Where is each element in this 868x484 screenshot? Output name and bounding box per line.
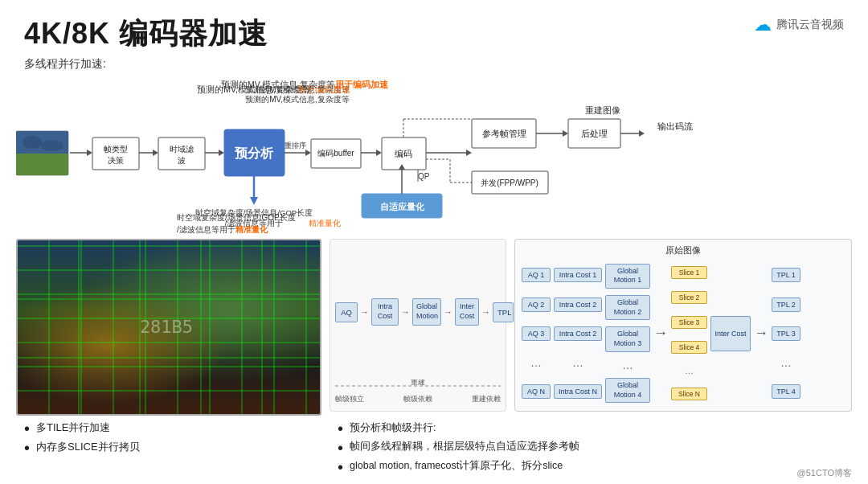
flow-svg: 帧类型 决策 时域滤 波 预分析 预测的MV,模式信息,复杂度等 预测的MV,模… (16, 75, 852, 236)
grid-aq1: AQ 1 (522, 268, 551, 282)
svg-text:预分析: 预分析 (235, 146, 274, 160)
grid-gm3: GlobalMotion 3 (605, 326, 650, 351)
logo-area: ☁ 腾讯云音视频 (754, 14, 844, 35)
bullet-slice: • 内存多SLICE并行拷贝 (24, 440, 321, 456)
svg-point-4 (41, 140, 63, 151)
bullet-dot-2: • (24, 440, 30, 456)
grid-slice2: Slice 2 (671, 291, 707, 304)
grid-inter: Inter Cost (710, 316, 751, 351)
grid-aq3: AQ 3 (522, 326, 551, 341)
bullet-tile: • 多TILE并行加速 (24, 420, 321, 437)
svg-text:帧类型: 帧类型 (104, 145, 128, 154)
grid-slice4: Slice 4 (671, 341, 707, 354)
svg-text:QP: QP (418, 172, 430, 181)
bullet-global: • global motion, framecost计算原子化、拆分slice (338, 459, 844, 475)
svg-text:决策: 决策 (108, 156, 124, 165)
label-frame-dep: 帧级依赖 (403, 394, 432, 404)
grid-gm2: GlobalMotion 2 (605, 295, 650, 320)
svg-text:并发(FPP/WPP): 并发(FPP/WPP) (481, 178, 538, 187)
bullet-dot-3: • (338, 420, 343, 437)
svg-marker-34 (376, 150, 382, 156)
grid-intra3: Intra Cost 2 (554, 326, 602, 341)
logo-text: 腾讯云音视频 (776, 18, 844, 32)
svg-text:参考帧管理: 参考帧管理 (482, 129, 526, 138)
grid-intran: Intra Cost N (554, 384, 602, 399)
svg-marker-11 (153, 150, 158, 156)
bullet-dot-4: • (338, 440, 343, 456)
proc-box-intra: IntraCost (371, 298, 399, 325)
grid-slicen: Slice N (671, 388, 707, 400)
label-rebuild-dep: 重建依赖 (472, 394, 501, 404)
proc-box-inter: InterCost (455, 298, 479, 325)
grid-intra2: Intra Cost 2 (554, 297, 602, 312)
svg-text:281B5: 281B5 (140, 317, 193, 337)
bottom-bullets: • 多TILE并行加速 • 内存多SLICE并行拷贝 • 预分析和帧级并行: •… (0, 416, 868, 475)
svg-marker-16 (219, 150, 224, 156)
grid-diagram: 原始图像 AQ 1 AQ 2 AQ 3 … AQ N Intra Cost 1 … (514, 239, 852, 412)
grid-intra1: Intra Cost 1 (554, 268, 602, 282)
bottom-annotation: 时空域复杂度/场景信息/GOP长度/滤波信息等用于精准量化 (177, 211, 296, 236)
svg-text:自适应量化: 自适应量化 (380, 202, 425, 211)
svg-marker-49 (639, 130, 645, 137)
cloud-icon: ☁ (754, 14, 772, 35)
bullet-dot-5: • (338, 459, 343, 475)
left-bullets: • 多TILE并行加速 • 内存多SLICE并行拷贝 (24, 420, 321, 475)
svg-text:后处理: 后处理 (581, 129, 608, 138)
basketball-image: 281B5 (16, 239, 321, 416)
grid-slice3: Slice 3 (671, 316, 707, 329)
svg-text:重排序: 重排序 (285, 142, 306, 150)
subtitle: 多线程并行加速: (0, 54, 868, 72)
svg-point-3 (23, 136, 42, 149)
grid-aqn: AQ N (522, 384, 551, 399)
grid-slice1: Slice 1 (671, 266, 707, 279)
svg-rect-2 (16, 154, 68, 175)
grid-aq2: AQ 2 (522, 297, 551, 312)
svg-marker-29 (305, 150, 311, 156)
footer: @51CTO博客 (797, 467, 852, 479)
proc-box-aq: AQ (335, 302, 358, 322)
svg-text:编码: 编码 (395, 149, 412, 158)
svg-text:预测的MV,模式信息,复杂度等: 预测的MV,模式信息,复杂度等 (245, 95, 350, 104)
svg-marker-45 (563, 130, 568, 137)
bullet-dot-1: • (24, 420, 30, 437)
grid-tpl4: TPL 4 (772, 384, 800, 399)
grid-gm4: GlobalMotion 4 (605, 378, 650, 403)
proc-box-tpl: TPL (493, 302, 514, 322)
grid-tpl2: TPL 2 (772, 297, 800, 312)
svg-text:精准量化: 精准量化 (309, 219, 341, 228)
right-bullets: • 预分析和帧级并行: • 帧间多线程解耦，根据层级特点自适应选择参考帧 • g… (338, 420, 844, 475)
svg-text:波: 波 (178, 156, 186, 165)
svg-text:重建图像: 重建图像 (585, 105, 620, 115)
header: 4K/8K 编码器加速 ☁ 腾讯云音视频 (0, 0, 868, 54)
bottom-area: 281B5 AQ → IntraCost → GlobalMotion → In… (0, 236, 868, 416)
grid-tpl1: TPL 1 (772, 268, 800, 282)
process-diagram: AQ → IntraCost → GlobalMotion → InterCos… (330, 239, 506, 412)
svg-marker-6 (87, 150, 92, 156)
flow-diagram: 帧类型 决策 时域滤 波 预分析 预测的MV,模式信息,复杂度等 预测的MV,模… (16, 75, 852, 236)
svg-text:编码buffer: 编码buffer (317, 149, 354, 158)
label-frame-independent: 帧级独立 (335, 394, 364, 404)
svg-rect-12 (158, 137, 205, 170)
bullet-multithread: • 帧间多线程解耦，根据层级特点自适应选择参考帧 (338, 440, 844, 456)
grid-title: 原始图像 (522, 244, 845, 256)
svg-rect-7 (92, 137, 139, 170)
grid-gm1: GlobalMotion 1 (605, 264, 650, 289)
svg-text:重建: 重建 (411, 379, 425, 386)
page-title: 4K/8K 编码器加速 (24, 14, 268, 54)
svg-marker-24 (250, 197, 258, 205)
bullet-preanalysis: • 预分析和帧级并行: (338, 420, 844, 437)
svg-text:时域滤: 时域滤 (170, 145, 194, 154)
top-annotation: 预测的MV,模式信息,复杂度等用于编码加速 (221, 80, 388, 91)
grid-tpl3: TPL 3 (772, 326, 800, 341)
svg-text:输出码流: 输出码流 (657, 121, 693, 131)
svg-marker-38 (466, 150, 472, 156)
proc-box-global: GlobalMotion (412, 298, 441, 325)
